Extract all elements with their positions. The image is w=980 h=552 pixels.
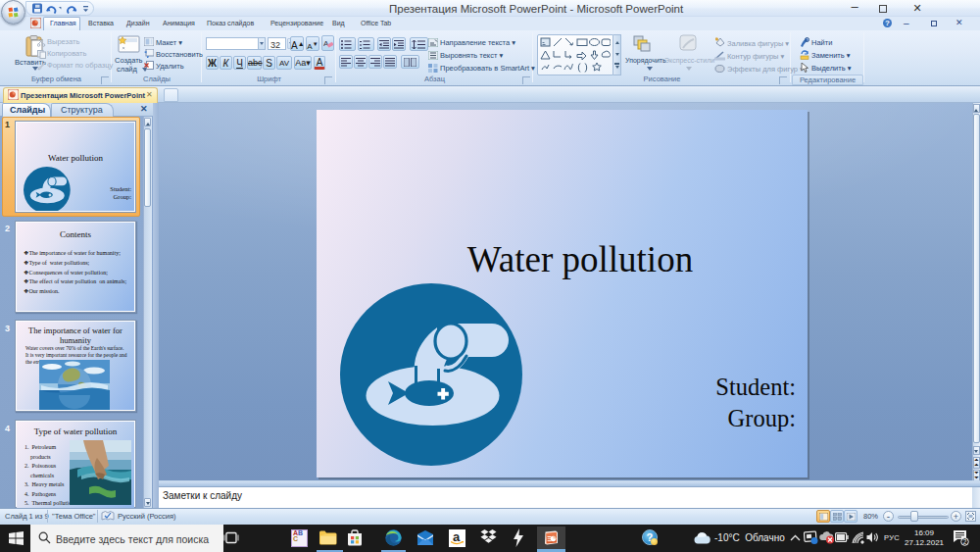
- svg-text:2: 2: [963, 538, 967, 545]
